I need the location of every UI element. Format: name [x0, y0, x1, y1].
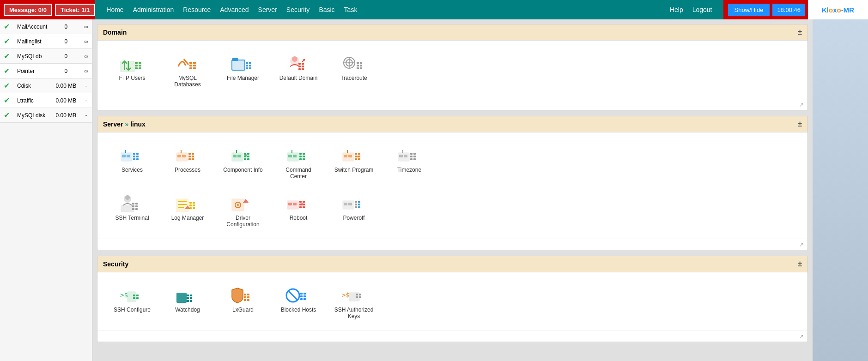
- icon-item-processes[interactable]: Processes: [162, 140, 213, 183]
- nav-basic[interactable]: Basic: [314, 6, 339, 13]
- svg-rect-11: [193, 62, 196, 64]
- svg-rect-38: [357, 62, 359, 64]
- icon-item-services[interactable]: Services: [107, 140, 158, 183]
- svg-rect-61: [192, 153, 194, 155]
- server-expand-icon[interactable]: ±: [798, 120, 802, 128]
- svg-rect-166: [247, 294, 249, 295]
- check-icon: ✔: [4, 82, 10, 90]
- domain-expand-icon[interactable]: ±: [798, 28, 802, 36]
- lxguard-icon: [229, 283, 257, 307]
- icon-item-command-center[interactable]: Command Center: [273, 140, 324, 183]
- svg-text:>$: >$: [342, 291, 350, 299]
- time-display: 18:00:46: [772, 4, 805, 16]
- svg-rect-43: [360, 67, 362, 69]
- services-icon: [118, 144, 146, 167]
- svg-rect-162: [190, 300, 192, 302]
- svg-rect-82: [303, 153, 305, 155]
- sidebar-table: ✔ MailAccount 0 ∞ ✔ Mailinglist 0 ∞ ✔ My…: [0, 19, 92, 123]
- security-expand-icon[interactable]: ±: [798, 260, 802, 268]
- svg-rect-9: [189, 65, 192, 66]
- default-domain-icon: [285, 52, 312, 75]
- icon-item-ftp-users[interactable]: ⇅ FTP Users: [107, 48, 158, 91]
- svg-rect-50: [133, 158, 135, 160]
- svg-rect-101: [410, 153, 413, 155]
- icon-item-driver-config[interactable]: Driver Configuration: [218, 188, 268, 231]
- svg-rect-144: [355, 201, 357, 203]
- svg-rect-17: [246, 62, 248, 64]
- message-badge: Message: 0/0: [4, 4, 52, 16]
- show-hide-button[interactable]: Show/Hide: [728, 4, 770, 16]
- nav-task[interactable]: Task: [340, 6, 362, 13]
- svg-rect-142: [344, 203, 347, 205]
- ticket-badge: Ticket: 1/1: [55, 4, 95, 16]
- security-panel-header: Security ±: [97, 256, 807, 272]
- icon-item-lxguard[interactable]: LxGuard: [218, 280, 268, 323]
- nav-help[interactable]: Help: [665, 6, 688, 13]
- svg-rect-66: [237, 155, 241, 157]
- icon-item-poweroff[interactable]: Poweroff: [328, 188, 379, 231]
- svg-line-170: [288, 291, 297, 300]
- icon-item-ssh-terminal[interactable]: SSH Terminal: [107, 188, 158, 231]
- icon-item-traceroute[interactable]: Traceroute: [328, 48, 379, 91]
- ftp-users-icon: ⇅: [118, 52, 146, 75]
- icon-item-file-manager[interactable]: File Manager: [218, 48, 268, 91]
- poweroff-label: Poweroff: [343, 215, 364, 221]
- sidebar: ✔ MailAccount 0 ∞ ✔ Mailinglist 0 ∞ ✔ My…: [0, 19, 92, 361]
- svg-rect-98: [399, 155, 403, 157]
- icon-item-default-domain[interactable]: Default Domain: [273, 48, 324, 91]
- svg-rect-90: [355, 153, 357, 155]
- nav-advanced[interactable]: Advanced: [215, 6, 253, 13]
- nav-home[interactable]: Home: [102, 6, 128, 13]
- svg-rect-161: [190, 297, 192, 299]
- processes-label: Processes: [175, 167, 200, 173]
- ssh-configure-label: SSH Configure: [114, 307, 151, 313]
- svg-rect-52: [136, 156, 139, 157]
- svg-rect-121: [189, 205, 192, 206]
- svg-rect-7: [139, 67, 141, 69]
- list-item: ✔ Ltraffic 0.00 MB -: [0, 93, 92, 108]
- nav-security[interactable]: Security: [282, 6, 315, 13]
- icon-item-blocked-hosts[interactable]: Blocked Hosts: [273, 280, 324, 323]
- nav-resource[interactable]: Resource: [178, 6, 215, 13]
- nav-logout[interactable]: Logout: [688, 6, 717, 13]
- driver-config-label: Driver Configuration: [221, 215, 265, 228]
- icon-item-mysql[interactable]: MySQL Databases: [162, 48, 213, 91]
- svg-rect-182: [359, 296, 361, 298]
- svg-rect-53: [136, 158, 139, 160]
- svg-rect-3: [135, 65, 138, 66]
- svg-rect-27: [298, 68, 301, 70]
- icon-item-switch-program[interactable]: Switch Program: [328, 140, 379, 183]
- server-panel-title: Server » linux: [103, 120, 146, 128]
- server-panel: Server » linux ±: [97, 116, 808, 250]
- command-center-label: Command Center: [277, 167, 320, 180]
- content-area: Domain ± ⇅: [92, 19, 813, 361]
- nav-administration[interactable]: Administration: [128, 6, 179, 13]
- icon-item-ssh-configure[interactable]: >$ SSH Configure: [107, 280, 158, 323]
- icon-item-ssh-keys[interactable]: >$ SSH Authorized Keys: [328, 280, 379, 323]
- ssh-keys-icon: >$: [340, 283, 368, 307]
- icon-item-watchdog[interactable]: Watchdog: [162, 280, 213, 323]
- svg-rect-123: [193, 202, 195, 204]
- log-manager-icon: [174, 192, 201, 215]
- svg-rect-137: [303, 201, 305, 203]
- poweroff-icon: [340, 192, 368, 215]
- icon-item-component-info[interactable]: Component Info: [218, 140, 268, 183]
- svg-rect-110: [132, 203, 134, 205]
- svg-rect-143: [348, 203, 352, 205]
- svg-rect-154: [136, 295, 139, 296]
- mysql-label: MySQL Databases: [166, 75, 209, 88]
- svg-rect-79: [299, 153, 302, 155]
- svg-rect-12: [193, 65, 196, 66]
- svg-rect-88: [348, 155, 352, 157]
- svg-rect-112: [132, 208, 134, 210]
- timezone-icon: [395, 144, 423, 167]
- component-info-icon: [229, 144, 257, 167]
- nav-server[interactable]: Server: [254, 6, 282, 13]
- icon-item-reboot[interactable]: Reboot: [273, 188, 324, 231]
- icon-item-timezone[interactable]: Timezone: [384, 140, 435, 183]
- svg-rect-60: [188, 158, 191, 160]
- svg-rect-132: [288, 203, 292, 205]
- svg-rect-39: [357, 65, 359, 66]
- icon-item-log-manager[interactable]: Log Manager: [162, 188, 213, 231]
- svg-point-129: [237, 204, 239, 206]
